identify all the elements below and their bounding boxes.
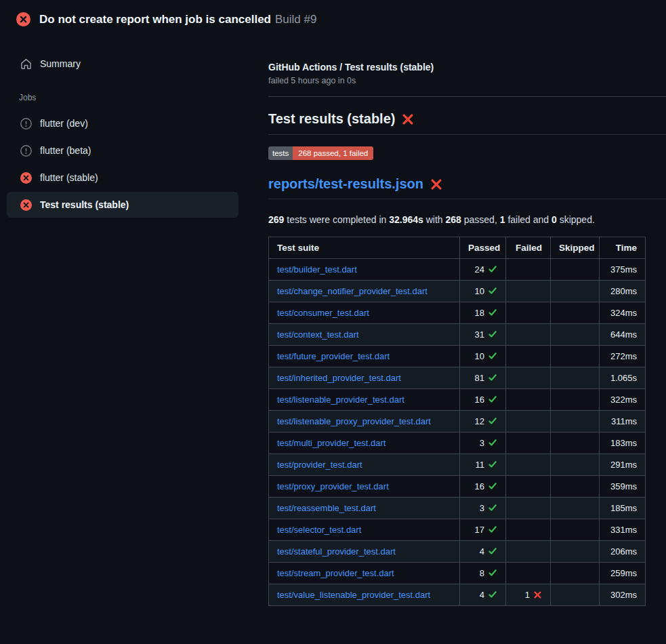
pass-check-icon	[488, 438, 497, 447]
suite-link[interactable]: test/value_listenable_provider_test.dart	[277, 590, 430, 600]
pass-check-icon	[488, 308, 497, 317]
suite-link[interactable]: test/change_notifier_provider_test.dart	[277, 286, 428, 296]
badge-value: 268 passed, 1 failed	[293, 146, 373, 160]
suite-link[interactable]: test/builder_test.dart	[277, 264, 357, 275]
suite-link[interactable]: test/proxy_provider_test.dart	[277, 481, 389, 491]
suite-cell: test/stateful_provider_test.dart	[269, 541, 460, 563]
summary-text-part: 1	[500, 214, 505, 225]
skipped-cell	[551, 432, 600, 454]
pass-check-icon	[488, 568, 497, 578]
time-cell: 302ms	[600, 584, 646, 606]
skipped-cell	[551, 411, 600, 432]
passed-count: 4	[480, 546, 484, 557]
time-cell: 331ms	[600, 519, 646, 541]
passed-count: 18	[475, 308, 484, 318]
failed-status-icon	[16, 12, 30, 26]
sidebar-item-flutter-stable[interactable]: flutter (stable)	[7, 165, 238, 190]
failed-cell	[506, 324, 551, 346]
passed-cell: 10	[460, 281, 506, 302]
passed-count: 81	[475, 373, 484, 383]
summary-text-part: 32.964s	[389, 214, 423, 225]
suite-link[interactable]: test/consumer_test.dart	[277, 308, 369, 318]
skipped-cell	[551, 302, 600, 324]
sidebar-item-summary[interactable]: Summary	[7, 51, 238, 77]
suite-link[interactable]: test/listenable_provider_test.dart	[277, 395, 404, 405]
failed-cell	[506, 498, 551, 519]
report-file-link[interactable]: reports/test-results.json	[268, 176, 423, 192]
failed-cell	[506, 259, 551, 281]
failed-cell	[506, 432, 551, 454]
tests-badge: tests 268 passed, 1 failed	[268, 146, 373, 160]
app-window: Do not create report when job is cancell…	[0, 0, 666, 606]
time-cell: 272ms	[600, 346, 646, 367]
passed-count: 10	[475, 286, 484, 296]
sidebar-item-test-results-stable[interactable]: Test results (stable)	[7, 192, 238, 218]
skipped-cell	[551, 563, 600, 584]
suite-link[interactable]: test/reassemble_test.dart	[277, 503, 376, 513]
suite-link[interactable]: test/inherited_provider_test.dart	[277, 373, 401, 383]
results-table-body: test/builder_test.dart24375mstest/change…	[269, 259, 646, 606]
pass-check-icon	[488, 525, 497, 534]
neutral-status-icon	[20, 145, 32, 157]
skipped-cell	[551, 519, 600, 541]
passed-cell: 4	[460, 584, 506, 606]
pass-check-icon	[488, 546, 497, 556]
suite-cell: test/listenable_proxy_provider_test.dart	[269, 411, 460, 432]
summary-text-part: skipped.	[557, 214, 595, 225]
table-row: test/multi_provider_test.dart3183ms	[269, 432, 646, 454]
suite-link[interactable]: test/listenable_proxy_provider_test.dart	[277, 416, 431, 426]
passed-count: 11	[476, 460, 485, 470]
table-row: test/builder_test.dart24375ms	[269, 259, 646, 281]
skipped-cell	[551, 346, 600, 367]
pass-check-icon	[488, 503, 497, 512]
suite-link[interactable]: test/stateful_provider_test.dart	[277, 546, 396, 557]
failed-cell	[506, 541, 551, 563]
report-heading: reports/test-results.json	[268, 176, 666, 199]
skipped-cell	[551, 584, 600, 606]
suite-cell: test/change_notifier_provider_test.dart	[269, 281, 460, 302]
table-row: test/inherited_provider_test.dart811.065…	[269, 367, 646, 389]
sidebar-item-flutter-beta[interactable]: flutter (beta)	[7, 138, 238, 163]
table-row: test/reassemble_test.dart3185ms	[269, 498, 646, 519]
sidebar-item-label: Summary	[40, 58, 81, 69]
section-heading: Test results (stable)	[268, 111, 666, 135]
passed-count: 4	[480, 590, 484, 600]
page-title: Do not create report when job is cancell…	[39, 13, 271, 26]
passed-cell: 11	[460, 454, 506, 476]
passed-cell: 24	[460, 259, 506, 281]
failed-status-icon	[20, 199, 32, 211]
passed-cell: 17	[460, 519, 506, 541]
suite-link[interactable]: test/selector_test.dart	[277, 525, 361, 535]
pass-check-icon	[488, 286, 497, 296]
time-cell: 183ms	[600, 432, 646, 454]
time-cell: 259ms	[600, 563, 646, 584]
time-cell: 185ms	[600, 498, 646, 519]
suite-link[interactable]: test/multi_provider_test.dart	[277, 438, 386, 448]
passed-cell: 81	[460, 367, 506, 389]
pass-check-icon	[488, 264, 497, 274]
skipped-cell	[551, 454, 600, 476]
time-cell: 291ms	[600, 454, 646, 476]
table-header-row: Test suite Passed Failed Skipped Time	[269, 237, 646, 259]
failed-cell	[506, 389, 551, 411]
breadcrumb: GitHub Actions / Test results (stable)	[268, 62, 666, 73]
table-row: test/listenable_provider_test.dart16322m…	[269, 389, 646, 411]
suite-link[interactable]: test/context_test.dart	[277, 329, 359, 340]
suite-cell: test/inherited_provider_test.dart	[269, 367, 460, 389]
passed-cell: 16	[460, 389, 506, 411]
sidebar-item-flutter-dev[interactable]: flutter (dev)	[7, 110, 238, 136]
skipped-cell	[551, 389, 600, 411]
table-row: test/future_provider_test.dart10272ms	[269, 346, 646, 367]
passed-count: 17	[475, 525, 484, 535]
suite-link[interactable]: test/stream_provider_test.dart	[277, 568, 394, 578]
summary-text-part: failed and	[505, 214, 552, 225]
divider	[268, 96, 666, 97]
table-row: test/value_listenable_provider_test.dart…	[269, 584, 646, 606]
sidebar-item-label: flutter (beta)	[40, 145, 91, 156]
failed-cell	[506, 519, 551, 541]
table-row: test/listenable_proxy_provider_test.dart…	[269, 411, 646, 432]
suite-link[interactable]: test/future_provider_test.dart	[277, 351, 390, 361]
suite-cell: test/multi_provider_test.dart	[269, 432, 460, 454]
suite-link[interactable]: test/provider_test.dart	[277, 460, 362, 470]
passed-count: 3	[480, 503, 484, 513]
